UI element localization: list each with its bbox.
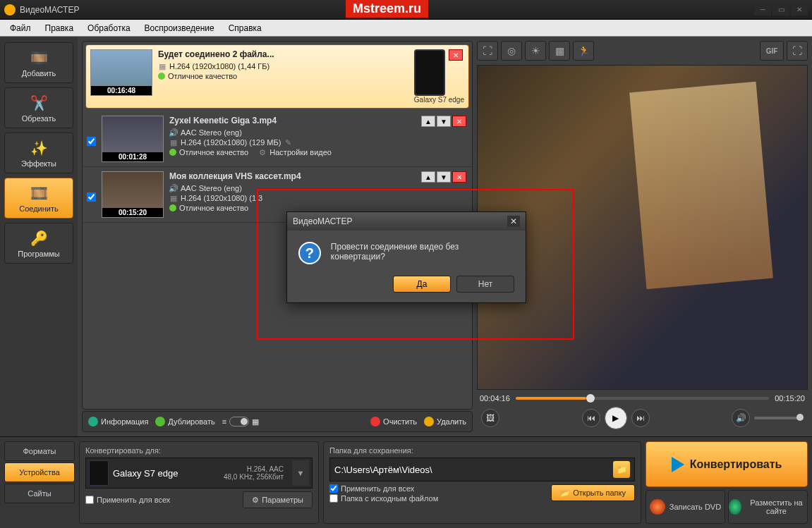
tab-sites[interactable]: Сайты (4, 484, 75, 503)
browse-folder-button[interactable]: 📁 (613, 461, 630, 478)
device-dropdown-arrow[interactable]: ▼ (292, 460, 309, 486)
duration-label: 00:16:48 (91, 86, 152, 95)
apply-all-2-row[interactable]: Применить для всех (329, 484, 545, 493)
open-folder-button[interactable]: 📂Открыть папку (551, 484, 635, 501)
source-folder-checkbox[interactable] (329, 494, 338, 503)
device-selector[interactable]: Galaxy S7 edge H.264, AAC48,0 KHz, 256Кб… (85, 458, 313, 489)
speed-tool[interactable]: 🏃 (573, 41, 594, 61)
upload-button[interactable]: Разместить на сайте (728, 490, 808, 524)
clear-button[interactable]: Очистить (370, 417, 417, 426)
add-film-icon: 🎞️ (29, 48, 49, 68)
film-icon: ▦ (158, 62, 166, 70)
key-icon: 🔑 (29, 228, 49, 248)
file-title: Будет соединено 2 файла... (158, 49, 408, 59)
snapshot-button[interactable]: 🖼 (481, 409, 499, 427)
file-item-joined[interactable]: 00:16:48 Будет соединено 2 файла... ▦H.2… (85, 44, 469, 109)
duplicate-icon (155, 417, 165, 426)
seek-knob[interactable] (586, 394, 595, 403)
sidebar-programs[interactable]: 🔑Программы (4, 223, 73, 264)
remove-item-button[interactable]: ✕ (449, 49, 463, 61)
app-logo-icon (4, 4, 16, 16)
duplicate-button[interactable]: Дублировать (155, 417, 214, 426)
dialog-message: Провести соединение видео без конвертаци… (331, 242, 514, 262)
sparkle-icon: ✨ (29, 138, 49, 158)
info-button[interactable]: Информация (88, 417, 148, 426)
quality-dot-icon (158, 73, 165, 80)
tab-devices[interactable]: Устройства (4, 462, 75, 482)
sidebar-cut[interactable]: ✂️Обрезать (4, 87, 73, 128)
tab-formats[interactable]: Форматы (4, 441, 75, 461)
fullscreen-button[interactable]: ⛶ (787, 41, 808, 61)
dialog-yes-button[interactable]: Да (393, 276, 451, 293)
toggle-switch[interactable] (229, 417, 249, 426)
apply-all-checkbox-row[interactable]: Применить для всех (85, 496, 170, 504)
apply-all-label: Применить для всех (97, 496, 170, 504)
move-up-button[interactable]: ▲ (421, 116, 435, 127)
menu-edit[interactable]: Правка (40, 22, 80, 35)
crop-tool[interactable]: ⛶ (477, 41, 498, 61)
gear-icon[interactable]: ⚙ (258, 148, 267, 156)
move-down-button[interactable]: ▼ (437, 116, 451, 127)
maximize-button[interactable]: ▭ (772, 4, 789, 16)
wand-icon[interactable]: ✎ (284, 138, 292, 147)
sidebar-add[interactable]: 🎞️Добавить (4, 42, 73, 83)
source-folder-row[interactable]: Папка с исходным файлом (329, 494, 545, 503)
move-up-button[interactable]: ▲ (421, 171, 435, 183)
next-button[interactable]: ⏭ (631, 409, 650, 427)
minimize-button[interactable]: ─ (754, 4, 771, 16)
params-label: Параметры (262, 496, 303, 504)
gear-icon: ⚙ (252, 496, 259, 505)
burn-dvd-button[interactable]: Записать DVD (646, 490, 725, 524)
seek-track[interactable] (516, 397, 769, 400)
sidebar-effects[interactable]: ✨Эффекты (4, 133, 73, 173)
apply-all-2-checkbox[interactable] (329, 484, 338, 493)
sidebar-effects-label: Эффекты (21, 159, 56, 168)
remove-item-button[interactable]: ✕ (452, 116, 466, 127)
rotate-tool[interactable]: ◎ (501, 41, 522, 61)
duration-label: 00:01:28 (102, 152, 163, 161)
menu-process[interactable]: Обработка (82, 22, 136, 35)
menu-play[interactable]: Воспроизведение (139, 22, 220, 35)
device-info1: H.264, AAC (224, 465, 284, 473)
delete-label: Удалить (437, 417, 466, 426)
convert-button[interactable]: Конвертировать (646, 441, 808, 487)
device-info2: 48,0 KHz, 256Кбит (224, 473, 284, 481)
file-audio: AAC Stereo (eng) (181, 128, 242, 137)
dialog-close-button[interactable]: ✕ (507, 216, 520, 227)
device-label: Galaxy S7 edge (414, 96, 464, 104)
close-window-button[interactable]: ✕ (791, 4, 808, 16)
brightness-tool[interactable]: ☀ (525, 41, 546, 61)
file-item[interactable]: 00:01:28 Zyxel Keenetic Giga 3.mp4 🔊AAC … (83, 111, 472, 167)
play-button[interactable]: ▶ (605, 407, 627, 429)
folder-icon: 📂 (560, 489, 570, 498)
sidebar-join[interactable]: 🎞️Соединить (4, 178, 73, 219)
timeline: 00:04:16 00:15:20 (477, 390, 808, 404)
window-title: ВидеоМАСТЕР (20, 5, 79, 15)
gif-button[interactable]: GIF (760, 41, 784, 61)
remove-item-button[interactable]: ✕ (452, 171, 466, 183)
file-checkbox[interactable] (87, 137, 96, 146)
menu-help[interactable]: Справка (223, 22, 267, 35)
sidebar-programs-label: Программы (18, 250, 59, 258)
prev-button[interactable]: ⏮ (582, 409, 600, 427)
convert-for-label: Конвертировать для: (85, 446, 313, 455)
question-icon: ? (298, 242, 321, 264)
delete-icon (424, 417, 434, 426)
quality-dot-icon (169, 149, 176, 156)
menu-file[interactable]: Файл (4, 22, 37, 35)
mute-button[interactable]: 🔊 (732, 409, 750, 427)
file-checkbox[interactable] (87, 192, 96, 202)
view-toggle[interactable]: ≡ ▦ (222, 417, 259, 426)
delete-button[interactable]: Удалить (424, 417, 466, 426)
dialog-no-button[interactable]: Нет (456, 276, 514, 293)
filmstrip-tool[interactable]: ▦ (549, 41, 570, 61)
video-preview[interactable] (477, 65, 808, 390)
burn-dvd-label: Записать DVD (669, 503, 721, 511)
volume-slider[interactable] (754, 417, 804, 419)
apply-all-checkbox[interactable] (85, 496, 94, 504)
file-settings-link[interactable]: Настройки видео (269, 148, 332, 156)
move-down-button[interactable]: ▼ (437, 171, 451, 183)
file-quality: Отличное качество (179, 204, 248, 212)
duration-label: 00:15:20 (102, 208, 163, 217)
params-button[interactable]: ⚙Параметры (243, 491, 313, 508)
